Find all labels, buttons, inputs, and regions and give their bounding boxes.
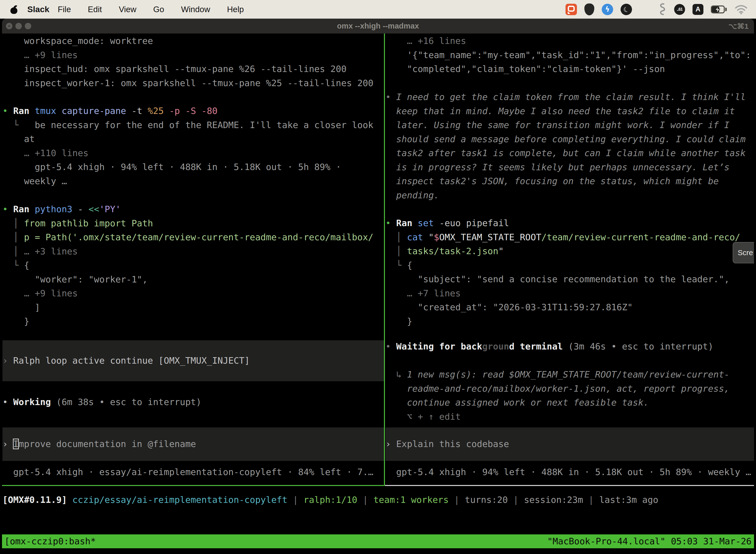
tmux-session-label: [omx-cczip0:bash*: [2, 535, 98, 549]
terminal-window: omx --xhigh --madmax ⌥⌘1 workspace_mode:…: [2, 19, 754, 554]
left-output-python: • Ran python3 - <<'PY' │ from pathlib im…: [2, 202, 384, 329]
menu-items: FileEditViewGoWindowHelp: [49, 5, 252, 14]
left-output-config: workspace_mode: worktree … +9 lines insp…: [2, 34, 384, 90]
tmux-status-bar: [omx-cczip0:bash* "MacBook-Pro-44.local"…: [2, 535, 754, 548]
right-model-status-line: gpt-5.4 xhigh · 94% left · 488K in · 5.1…: [385, 465, 754, 479]
pane-divider[interactable]: [384, 34, 385, 486]
apple-menu-icon[interactable]: [10, 5, 18, 14]
crescent-circle-icon[interactable]: ☾: [619, 2, 633, 17]
battery-icon[interactable]: [711, 5, 727, 13]
right-prompt-input[interactable]: › Explain this codebase: [385, 437, 509, 451]
ralph-loop-band: › Ralph loop active continue [OMX_TMUX_I…: [2, 340, 384, 381]
screen-tooltip-label: Scre: [738, 246, 753, 260]
menu-item-edit[interactable]: Edit: [79, 5, 110, 14]
left-model-status-line: gpt-5.4 xhigh · essay/ai-reimplementatio…: [2, 465, 384, 479]
chat-app-icon[interactable]: [566, 4, 577, 15]
left-prompt-input[interactable]: › Improve documentation in @filename: [2, 437, 196, 451]
menu-item-help[interactable]: Help: [218, 5, 252, 14]
wifi-icon[interactable]: [735, 4, 748, 14]
blue-badge-icon[interactable]: ϟ: [602, 4, 613, 15]
tmux-host-clock: "MacBook-Pro-44.local" 05:03 31-Mar-26: [545, 535, 754, 549]
window-title-bar[interactable]: omx --xhigh --madmax ⌥⌘1: [2, 19, 754, 34]
right-prompt-band[interactable]: › Explain this codebase: [385, 428, 754, 461]
mailbox-message: ↳ 1 new msg(s): read $OMX_TEAM_STATE_ROO…: [385, 368, 754, 424]
right-pane-bottom-border: [385, 485, 754, 486]
ralph-loop-message: › Ralph loop active continue [OMX_TMUX_I…: [2, 354, 250, 368]
shield-grid-icon[interactable]: [584, 3, 594, 15]
menu-item-window[interactable]: Window: [173, 5, 218, 14]
working-status: • Working (6m 38s • esc to interrupt): [2, 395, 384, 409]
squiggle-icon[interactable]: [657, 3, 667, 16]
right-output-cat-task: • Ran set -euo pipefail │ cat "$OMX_TEAM…: [385, 216, 754, 328]
right-pane[interactable]: … +16 lines '{"team_name":"my-team","tas…: [385, 34, 754, 486]
app-menu-title[interactable]: Slack: [27, 4, 49, 14]
waiting-status: • Waiting for background terminal (3m 46…: [385, 340, 754, 354]
left-prompt-band[interactable]: › Improve documentation in @filename: [2, 428, 384, 461]
menu-item-view[interactable]: View: [110, 5, 145, 14]
menu-bar: Slack FileEditViewGoWindowHelp ϟ ☾ ..61 …: [0, 0, 756, 19]
window-title: omx --xhigh --madmax: [2, 19, 754, 34]
right-output-json-cmd: … +16 lines '{"team_name":"my-team","tas…: [385, 34, 754, 76]
count-badge-icon[interactable]: ..61: [674, 4, 685, 15]
window-shortcut-badge: ⌥⌘1: [729, 19, 749, 34]
omx-hud-status-line: [OMX#0.11.9] cczip/essay/ai-reimplementa…: [2, 493, 754, 507]
left-output-tmux-capture: • Ran tmux capture-pane -t %25 -p -S -80…: [2, 104, 384, 188]
right-thinking-text: • I need to get the claim token from the…: [385, 90, 754, 202]
menu-status-icons: ϟ ☾ ..61 A: [566, 3, 748, 16]
left-pane-bottom-border: [2, 485, 384, 486]
menu-item-file[interactable]: File: [49, 5, 79, 14]
left-pane[interactable]: workspace_mode: worktree … +9 lines insp…: [2, 34, 384, 486]
dots-grid-icon[interactable]: [639, 4, 649, 14]
screen-tooltip: Scre: [733, 242, 754, 263]
terminal-content: workspace_mode: worktree … +9 lines insp…: [2, 34, 754, 554]
menu-item-go[interactable]: Go: [145, 5, 173, 14]
a-key-icon[interactable]: A: [693, 4, 703, 15]
